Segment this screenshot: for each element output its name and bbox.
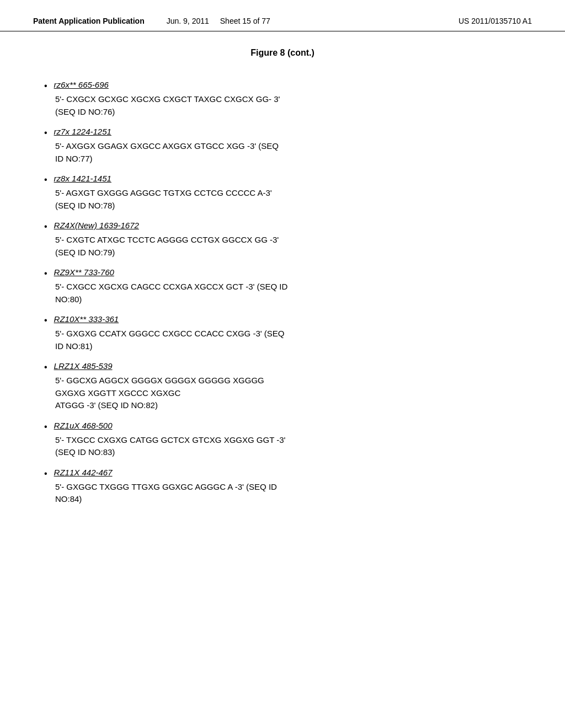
sequence-text: 5'- GGCXG AGGCX GGGGX GGGGX GGGGG XGGGGG… — [44, 374, 521, 412]
list-item: •RZ11X 442-467 — [44, 468, 521, 479]
bullet-icon: • — [44, 469, 47, 479]
entry-entry-7: •LRZ1X 485-5395'- GGCXG AGGCX GGGGX GGGG… — [44, 361, 521, 412]
item-label: RZ9X** 733-760 — [54, 267, 114, 277]
item-label: RZ1uX 468-500 — [54, 421, 113, 430]
list-item: •LRZ1X 485-539 — [44, 361, 521, 372]
header: Patent Application Publication Jun. 9, 2… — [0, 0, 565, 31]
entry-entry-6: •RZ10X** 333-3615'- GXGXG CCATX GGGCC CX… — [44, 314, 521, 352]
list-item: •rz7x 1224-1251 — [44, 127, 521, 138]
entry-entry-2: •rz7x 1224-12515'- AXGGX GGAGX GXGCC AXG… — [44, 127, 521, 165]
list-item: •RZ9X** 733-760 — [44, 267, 521, 279]
bullet-icon: • — [44, 422, 47, 432]
date-label: Jun. 9, 2011 — [167, 17, 209, 25]
bullet-icon: • — [44, 222, 47, 232]
item-label: RZ4X(New) 1639-1672 — [54, 221, 139, 230]
entry-entry-8: •RZ1uX 468-5005'- TXGCC CXGXG CATGG GCTC… — [44, 421, 521, 459]
item-label: RZ11X 442-467 — [54, 468, 113, 477]
sequence-text: 5'- CXGCC XGCXG CAGCC CCXGA XGCCX GCT -3… — [44, 281, 521, 306]
entry-entry-9: •RZ11X 442-4675'- GXGGC TXGGG TTGXG GGXG… — [44, 468, 521, 506]
bullet-icon: • — [44, 315, 47, 325]
sequence-text: 5'- CXGCX GCXGC XGCXG CXGCT TAXGC CXGCX … — [44, 93, 521, 118]
sequence-text: 5'- CXGTC ATXGC TCCTC AGGGG CCTGX GGCCX … — [44, 234, 521, 259]
content: •rz6x** 665-6965'- CXGCX GCXGC XGCXG CXG… — [0, 74, 565, 537]
sequence-text: 5'- GXGXG CCATX GGGCC CXGCC CCACC CXGG -… — [44, 328, 521, 352]
figure-title: Figure 8 (cont.) — [0, 31, 565, 74]
bullet-icon: • — [44, 175, 47, 185]
sequence-text: 5'- TXGCC CXGXG CATGG GCTCX GTCXG XGGXG … — [44, 434, 521, 459]
item-label: LRZ1X 485-539 — [54, 361, 113, 371]
bullet-icon: • — [44, 269, 47, 279]
bullet-icon: • — [44, 128, 47, 138]
sequence-text: 5'- AGXGT GXGGG AGGGC TGTXG CCTCG CCCCC … — [44, 187, 521, 212]
patent-label: US 2011/0135710 A1 — [459, 17, 532, 25]
sequence-text: 5'- AXGGX GGAGX GXGCC AXGGX GTGCC XGG -3… — [44, 140, 521, 165]
item-label: RZ10X** 333-361 — [54, 314, 119, 324]
list-item: •rz8x 1421-1451 — [44, 174, 521, 185]
list-item: •rz6x** 665-696 — [44, 80, 521, 91]
bullet-icon: • — [44, 362, 47, 372]
entry-entry-4: •RZ4X(New) 1639-16725'- CXGTC ATXGC TCCT… — [44, 221, 521, 259]
sequence-text: 5'- GXGGC TXGGG TTGXG GGXGC AGGGC A -3' … — [44, 481, 521, 506]
item-label: rz7x 1224-1251 — [54, 127, 111, 136]
entry-entry-5: •RZ9X** 733-7605'- CXGCC XGCXG CAGCC CCX… — [44, 267, 521, 306]
list-item: •RZ4X(New) 1639-1672 — [44, 221, 521, 232]
list-item: •RZ10X** 333-361 — [44, 314, 521, 325]
page: Patent Application Publication Jun. 9, 2… — [0, 0, 565, 728]
entry-entry-3: •rz8x 1421-14515'- AGXGT GXGGG AGGGC TGT… — [44, 174, 521, 212]
entry-entry-1: •rz6x** 665-6965'- CXGCX GCXGC XGCXG CXG… — [44, 80, 521, 118]
list-item: •RZ1uX 468-500 — [44, 421, 521, 432]
item-label: rz8x 1421-1451 — [54, 174, 111, 183]
bullet-icon: • — [44, 81, 47, 91]
item-label: rz6x** 665-696 — [54, 80, 109, 89]
sheet-label: Sheet 15 of 77 — [220, 17, 270, 25]
publication-label: Patent Application Publication — [33, 17, 145, 25]
